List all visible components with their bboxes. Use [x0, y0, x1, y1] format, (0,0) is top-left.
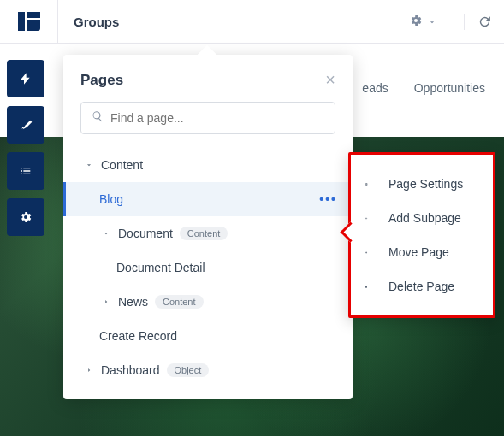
tree-node-news[interactable]: News Content: [63, 285, 353, 319]
ctx-label: Move Page: [388, 245, 449, 259]
refresh-button[interactable]: [465, 15, 504, 29]
app-logo[interactable]: [0, 0, 58, 44]
move-icon: [365, 246, 378, 259]
rail-gear-button[interactable]: [7, 198, 44, 236]
rail-lightning-button[interactable]: [7, 60, 44, 97]
chevron-right-icon: [99, 298, 113, 306]
chevron-down-icon[interactable]: [428, 15, 436, 29]
panel-title: Pages: [80, 72, 123, 89]
node-tag: Content: [155, 295, 204, 309]
ctx-page-settings[interactable]: Page Settings: [351, 167, 493, 201]
node-label: Content: [101, 158, 143, 172]
tree-node-dashboard[interactable]: Dashboard Object: [63, 353, 353, 387]
trash-icon: [365, 280, 378, 293]
chevron-down-icon: [99, 229, 113, 238]
breadcrumb-title: Groups: [74, 15, 119, 29]
gear-icon: [365, 178, 378, 191]
ctx-label: Add Subpage: [388, 211, 461, 225]
node-label: Dashboard: [101, 363, 160, 377]
plus-icon: [365, 212, 378, 225]
breadcrumb-groups[interactable]: Groups: [58, 14, 465, 30]
ctx-move-page[interactable]: Move Page: [351, 235, 493, 269]
node-label: News: [118, 295, 148, 309]
node-label: Blog: [99, 192, 123, 206]
search-input[interactable]: [110, 111, 324, 125]
pages-panel: Pages × Content Blog ••• Document Conten…: [63, 55, 353, 399]
tree-node-create-record[interactable]: Create Record: [63, 319, 353, 353]
node-label: Document: [118, 227, 173, 240]
tree-node-blog[interactable]: Blog •••: [63, 182, 353, 216]
search-icon: [92, 110, 110, 126]
ellipsis-icon[interactable]: •••: [319, 192, 337, 206]
node-label: Document Detail: [116, 261, 205, 274]
ctx-delete-page[interactable]: Delete Page: [351, 269, 493, 303]
tree-node-document[interactable]: Document Content: [63, 216, 353, 250]
node-label: Create Record: [99, 329, 177, 343]
rail-list-button[interactable]: [7, 152, 44, 190]
ctx-add-subpage[interactable]: Add Subpage: [351, 201, 493, 235]
context-menu: Page Settings Add Subpage Move Page Dele…: [348, 152, 495, 318]
node-tag: Content: [180, 227, 228, 240]
ctx-label: Delete Page: [388, 280, 454, 293]
ctx-label: Page Settings: [388, 177, 463, 191]
chevron-right-icon: [82, 366, 96, 374]
chevron-down-icon: [82, 161, 96, 169]
rail-brush-button[interactable]: [7, 106, 44, 144]
tree-node-content[interactable]: Content: [63, 148, 353, 182]
node-tag: Object: [167, 363, 210, 377]
gear-icon[interactable]: [409, 14, 423, 30]
search-box[interactable]: [80, 102, 335, 134]
close-icon[interactable]: ×: [325, 70, 335, 90]
tab-leads[interactable]: eads: [362, 81, 388, 95]
tab-opportunities[interactable]: Opportunities: [414, 81, 485, 95]
tree-node-document-detail[interactable]: Document Detail: [63, 250, 353, 285]
